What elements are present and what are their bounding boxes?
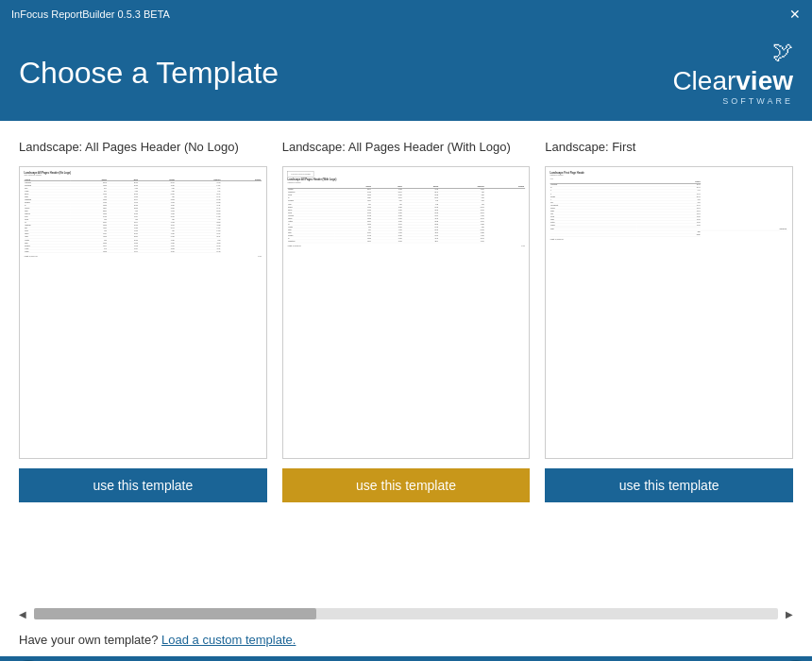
bottom-nav: ◀ Dataset > Fields > Calculated Fields >… [0,656,812,661]
scroll-right-arrow[interactable]: ▶ [786,609,793,619]
scroll-thumb[interactable] [34,608,316,619]
use-template-btn-1[interactable]: use this template [19,468,267,502]
template-col-1: Landscape: All Pages Header (No Logo) La… [19,140,267,502]
main-content: Landscape: All Pages Header (No Logo) La… [0,121,812,602]
scroll-track[interactable] [34,608,778,619]
logo-text: Clearview [672,66,793,96]
header: Choose a Template 🕊 Clearview SOFTWARE [0,28,812,121]
template-label-3: Landscape: First [545,140,793,157]
bird-icon: 🕊 [772,40,793,64]
close-button[interactable]: ✕ [789,8,801,21]
template-col-3: Landscape: First Landscape First Page He… [545,140,793,502]
use-template-btn-2[interactable]: use this template [282,468,531,502]
scroll-area: ◀ ▶ [0,602,812,625]
app-title: InFocus ReportBuilder 0.5.3 BETA [11,8,170,20]
logo-subtitle: SOFTWARE [722,96,793,106]
logo-area: 🕊 Clearview SOFTWARE [672,40,793,106]
template-label-2: Landscape: All Pages Header (With Logo) [282,140,531,157]
template-preview-1[interactable]: Landscape All Pages Header (No Logo) Wit… [19,166,267,459]
custom-template-row: Have your own template? Load a custom te… [0,625,812,656]
load-custom-template-link[interactable]: Load a custom template. [161,633,296,647]
page-title: Choose a Template [19,56,279,91]
template-preview-3[interactable]: Landscape First Page Heade Optional Subt… [545,166,793,459]
template-preview-2[interactable]: YOUR LOGO HERE Landscape All Pages Heade… [282,166,531,459]
logo-clear: Clear [672,66,736,95]
template-label-1: Landscape: All Pages Header (No Logo) [19,140,267,157]
template-col-2: Landscape: All Pages Header (With Logo) … [282,140,531,502]
scroll-left-arrow[interactable]: ◀ [19,609,26,619]
template-grid: Landscape: All Pages Header (No Logo) La… [19,140,793,502]
logo-view: view [736,66,793,95]
use-template-btn-3[interactable]: use this template [545,468,793,502]
custom-template-text: Have your own template? [19,633,158,647]
top-bar: InFocus ReportBuilder 0.5.3 BETA ✕ [0,0,812,28]
